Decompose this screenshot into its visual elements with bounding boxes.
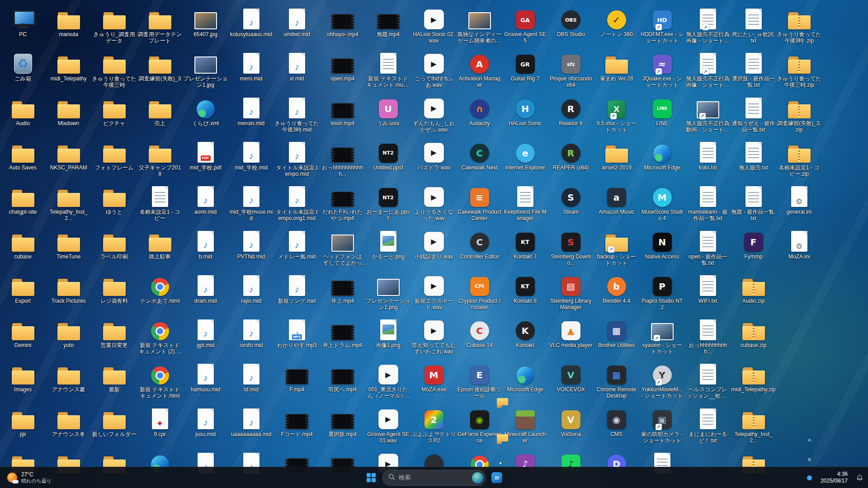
desktop-icon[interactable]: midi_Telepathy.zip: [731, 361, 776, 404]
desktop-icon[interactable]: ✓ノートン 360: [594, 6, 639, 48]
desktop-icon[interactable]: ▦Brother Utilities: [594, 317, 639, 359]
desktop-icon[interactable]: ▲VLC media player: [548, 317, 594, 359]
desktop-icon[interactable]: フォトフレーム: [91, 139, 137, 182]
desktop-icon[interactable]: ≈↗JQuake.exe - ショートカット: [639, 50, 685, 93]
desktop-icon[interactable]: かるーと.png: [365, 228, 411, 271]
desktop-icon[interactable]: ▤Steinberg Library Manager: [548, 272, 594, 315]
desktop-icon[interactable]: GAGroove Agent SE 5: [502, 6, 548, 48]
desktop-icon[interactable]: ▶ずんだもん_しおかぜふ.wav: [411, 95, 457, 137]
desktop-icon[interactable]: ラベル印刷: [91, 228, 137, 271]
desktop-icon[interactable]: ▶Groove Agent SE 01.wav: [365, 406, 411, 448]
desktop-icon[interactable]: Fコード.mp4: [274, 406, 320, 448]
desktop-icon[interactable]: きゅうり食ってた午後3時 .zip: [776, 6, 822, 48]
desktop-icon[interactable]: 新規 テキストドキュメント (2).html: [137, 317, 183, 359]
desktop-icon[interactable]: ◆9.cpr: [137, 406, 183, 448]
desktop-icon[interactable]: PDFmid_学校.pdf: [183, 139, 228, 182]
desktop-icon[interactable]: ♪uaaaaaaaaa.mid: [228, 406, 274, 448]
desktop-icon[interactable]: くらび.xml: [183, 95, 228, 137]
desktop-icon[interactable]: PPiapro Studio NT2: [639, 272, 685, 315]
desktop-icon[interactable]: ohhayo-.mp4: [320, 6, 365, 48]
desktop-icon[interactable]: 通知うぜえ - 親作品一覧.txt: [731, 95, 776, 137]
desktop-icon[interactable]: eInternet Explorer: [502, 139, 548, 182]
desktop-icon[interactable]: ▶新規エクスポート.wav: [411, 272, 457, 315]
desktop-icon[interactable]: ≡Cakewalk Product Center: [457, 183, 502, 226]
desktop-icon[interactable]: ⚙MoZA.ini: [776, 228, 822, 271]
desktop-icon[interactable]: SSteam: [548, 183, 594, 226]
desktop-icon[interactable]: ∩Audacity: [457, 95, 502, 137]
desktop-icon[interactable]: レジ袋有料: [91, 272, 137, 315]
desktop-icon[interactable]: MMoZA.exe: [411, 361, 457, 404]
desktop-icon[interactable]: Audio: [0, 95, 46, 137]
clock[interactable]: 4:36 2025/08/17: [816, 471, 852, 484]
desktop-icon[interactable]: おっhhhhhhhhhh...: [685, 317, 731, 359]
desktop-icon[interactable]: 死にたい_ゅ歌詞.txt: [731, 6, 776, 48]
desktop-icon[interactable]: CPICrypton Product Installer: [457, 272, 502, 315]
desktop-icon[interactable]: cubase: [0, 228, 46, 271]
desktop-icon[interactable]: MMuseScore Studio 4: [639, 183, 685, 226]
desktop-icon[interactable]: open - 親作品一覧.txt: [685, 228, 731, 271]
desktop-icon[interactable]: manisekarin - 親作品一覧.txt: [685, 183, 731, 226]
taskbar-app-folder[interactable]: [488, 432, 506, 450]
tray-hidden-icons-chevron-icon[interactable]: ^: [803, 432, 816, 450]
desktop-icon[interactable]: ▣↗家の防犯カメラ - ショートカット: [639, 406, 685, 448]
desktop-icon[interactable]: ⚙general.ini: [776, 183, 822, 226]
desktop-icon[interactable]: 調査練習(失敗)_3.zip: [776, 95, 822, 137]
desktop-icon[interactable]: ♪jusu.mid: [183, 406, 228, 448]
desktop-icon[interactable]: HHALion Sonic: [502, 95, 548, 137]
search-box[interactable]: 検索: [382, 470, 486, 486]
desktop-icon[interactable]: ♪きゅうり食ってた午後3時.mid: [274, 95, 320, 137]
tray-x-app-icon[interactable]: ×: [803, 450, 816, 469]
desktop-icon[interactable]: だれたFXいれたやつ.mp4: [320, 183, 365, 226]
desktop-icon[interactable]: CController Editor: [457, 228, 502, 271]
desktop-icon[interactable]: きゅうり_調査用データ: [91, 6, 137, 48]
desktop-icon[interactable]: テンポあて.html: [137, 272, 183, 315]
desktop-icon[interactable]: AActivation Manager: [457, 50, 502, 93]
desktop-icon[interactable]: ♪MP3わかりやす.mp3: [274, 317, 320, 359]
desktop-icon[interactable]: ▶よりうるさくなった.wav: [411, 183, 457, 226]
desktop-icon[interactable]: きゅうり食ってた午後三時: [91, 50, 137, 93]
desktop-icon[interactable]: KTKontakt 7: [502, 228, 548, 271]
desktop-icon[interactable]: ♻ごみ箱: [0, 50, 46, 93]
taskbar-app-microsoft-edge[interactable]: [488, 414, 506, 432]
desktop-icon[interactable]: RREAPER (x64): [548, 139, 594, 182]
desktop-icon[interactable]: ↗syasinn - ショートカット: [639, 317, 685, 359]
desktop-icon[interactable]: ♪umibet.mid: [274, 6, 320, 48]
desktop-icon[interactable]: X↗9.5.xlsx - ショートカット: [594, 95, 639, 137]
desktop-icon[interactable]: SSteinberg Downlo...: [548, 228, 594, 271]
desktop-icon[interactable]: きゅうり食ってた午後三時.zip: [776, 50, 822, 93]
desktop-icon[interactable]: HD↗HDDFMT.exe - ショートカット: [639, 6, 685, 48]
desktop-icon[interactable]: teion.mp4: [320, 95, 365, 137]
desktop-icon[interactable]: 孤独なインディーゲーム開発者の一生...: [457, 6, 502, 48]
desktop-icon[interactable]: ↗backup - ショートカット: [594, 228, 639, 271]
desktop-icon[interactable]: 無題.mp4: [365, 6, 411, 48]
desktop-icon[interactable]: ♪PVTNd.mid: [228, 228, 274, 271]
desktop-icon[interactable]: ♪タイトル未設定.tempo.orig1.mid: [274, 183, 320, 226]
desktop-icon[interactable]: KTKontakt 8: [502, 272, 548, 315]
desktop-icon[interactable]: LINELINE: [639, 95, 685, 137]
desktop-icon[interactable]: ▶小銭詰まり.wav: [411, 228, 457, 271]
desktop-icon[interactable]: 父子キャンプ2018: [137, 139, 183, 182]
desktop-icon[interactable]: ↗無人販売不正行為画像 - ショートカッ...: [685, 6, 731, 48]
desktop-icon[interactable]: アナウンス夏: [46, 361, 91, 404]
desktop-icon[interactable]: ↗無人販売不正行為画像 - ショートカット: [685, 50, 731, 93]
desktop-icon[interactable]: ♪aorin.mid: [183, 183, 228, 226]
desktop-icon[interactable]: Uうみ.ustx: [365, 95, 411, 137]
desktop-icon[interactable]: maniuta: [46, 6, 91, 48]
desktop-icon[interactable]: PC: [0, 6, 46, 48]
desktop-icon[interactable]: ksks.txt: [685, 139, 731, 182]
desktop-icon[interactable]: まにまにわーるど！.txt: [685, 406, 731, 448]
desktop-icon[interactable]: midi_Telepathy: [46, 50, 91, 93]
desktop-icon[interactable]: 2ぷよぷよ™テトリス®2: [411, 406, 457, 448]
desktop-icon[interactable]: ♪b.mid: [183, 228, 228, 271]
desktop-icon[interactable]: ヘルスコンプレッション__歌詞.txt: [685, 361, 731, 404]
tray-blue-dot-app-icon[interactable]: [803, 469, 816, 487]
desktop-icon[interactable]: プレゼンテーション1.jpg: [183, 50, 228, 93]
desktop-icon[interactable]: プレゼンテーション1.png: [365, 272, 411, 315]
desktop-icon[interactable]: cubase.zip: [731, 317, 776, 359]
desktop-icon[interactable]: 無題 - 親作品一覧.txt: [731, 183, 776, 226]
desktop-icon[interactable]: OBSOBS Studio: [548, 6, 594, 48]
desktop-icon[interactable]: ♪rajio.mid: [228, 272, 274, 315]
desktop-icon[interactable]: ピクチャ: [91, 95, 137, 137]
desktop-icon[interactable]: NNative Access: [639, 228, 685, 271]
desktop-icon[interactable]: jijii: [0, 406, 46, 448]
